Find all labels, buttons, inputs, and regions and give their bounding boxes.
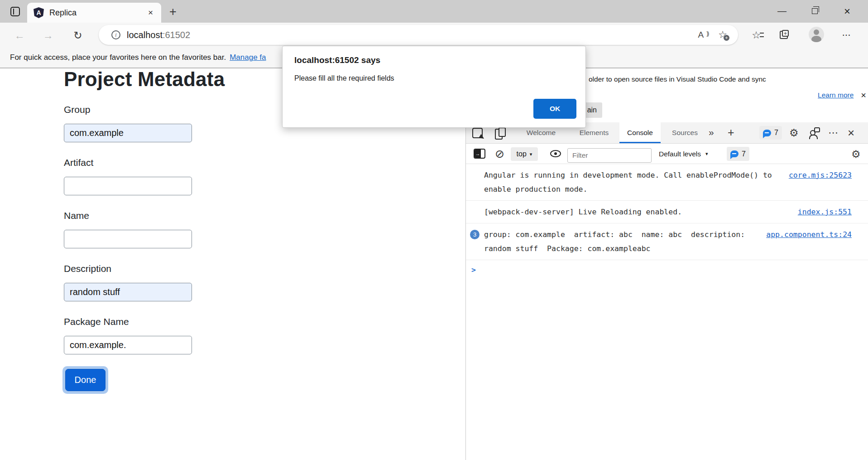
tab-sources[interactable]: Sources	[663, 122, 706, 143]
tab-actions-button[interactable]	[6, 4, 24, 19]
add-favorite-button[interactable]: ☆+	[718, 30, 727, 40]
back-button[interactable]: ←	[11, 27, 28, 44]
issues-bubble-icon	[763, 130, 771, 136]
live-expression-button[interactable]	[550, 150, 561, 157]
context-label: top	[517, 150, 527, 158]
done-button-focus-ring: Done	[62, 366, 108, 394]
dialog-title: localhost:61502 says	[294, 55, 380, 65]
console-filter-input[interactable]	[567, 148, 652, 163]
console-message-text: [webpack-dev-server] Live Reloading enab…	[484, 205, 774, 219]
inspect-icon	[472, 128, 483, 138]
collections-button[interactable]: +	[780, 30, 789, 39]
issues-counter[interactable]: 7	[759, 126, 782, 140]
site-info-icon[interactable]: i	[111, 30, 120, 39]
console-sidebar-button[interactable]	[474, 149, 485, 159]
toolbar-issues-count: 7	[742, 150, 746, 158]
description-input[interactable]	[64, 283, 192, 301]
name-input[interactable]	[64, 230, 192, 248]
address-bar-actions: A)) ☆+	[698, 30, 731, 40]
console-source-link[interactable]: index.js:551	[798, 205, 852, 219]
clear-console-button[interactable]: ⊘	[495, 147, 504, 160]
favorites-bar-message: For quick access, place your favorites h…	[10, 53, 226, 62]
collections-icon: +	[780, 30, 789, 39]
eye-icon	[550, 150, 561, 157]
add-panel-button[interactable]: +	[728, 126, 734, 139]
url-text[interactable]: localhost:61502	[127, 30, 190, 40]
more-tabs-button[interactable]: »	[709, 127, 714, 138]
artifact-label: Artifact	[64, 157, 93, 168]
console-message-row[interactable]: [webpack-dev-server] Live Reloading enab…	[466, 201, 868, 223]
plus-badge-icon: +	[724, 35, 729, 41]
sidebar-toggle-icon	[474, 149, 485, 159]
forward-button[interactable]: →	[40, 27, 56, 44]
tab-console[interactable]: Console	[619, 122, 661, 143]
address-bar[interactable]: i localhost:61502 A)) ☆+	[99, 25, 738, 45]
console-prompt[interactable]: >	[466, 260, 868, 274]
console-log: Angular is running in development mode. …	[466, 164, 868, 274]
done-button[interactable]: Done	[65, 369, 106, 391]
read-aloud-button[interactable]: A))	[698, 30, 709, 40]
console-message-text: Angular is running in development mode. …	[484, 168, 774, 196]
console-message-text: group: com.example artifact: abc name: a…	[484, 228, 766, 256]
log-levels-select[interactable]: Default levels ▾	[659, 144, 708, 164]
url-port: :61502	[163, 30, 190, 40]
console-message-row[interactable]: Angular is running in development mode. …	[466, 164, 868, 201]
dialog-message: Please fill all the required fields	[294, 74, 394, 82]
settings-menu-button[interactable]: ···	[839, 27, 855, 44]
dialog-ok-button[interactable]: OK	[533, 99, 576, 119]
devtools-notification-actions: Learn more ×	[765, 91, 866, 100]
avatar	[809, 27, 824, 42]
active-tab-underline	[619, 142, 661, 143]
new-tab-button[interactable]: +	[166, 5, 180, 19]
issues-count: 7	[774, 129, 778, 137]
angular-icon: A	[34, 7, 44, 18]
refresh-button[interactable]: ↻	[70, 27, 86, 44]
repeat-count-badge: 3	[470, 230, 480, 239]
person-chat-icon	[809, 127, 820, 138]
restore-button[interactable]	[804, 3, 825, 19]
browser-tab[interactable]: A Replica ×	[27, 3, 161, 23]
profile-button[interactable]	[809, 27, 824, 42]
title-bar: A Replica × + — ×	[0, 0, 868, 23]
window-close-button[interactable]: ×	[837, 3, 858, 19]
devtools-notification-text: older to open source files in Visual Stu…	[589, 75, 766, 83]
package-name-label: Package Name	[64, 316, 129, 327]
devtools-close-button[interactable]: ×	[848, 126, 854, 140]
execution-context-select[interactable]: top ▾	[511, 147, 538, 161]
devtools-settings-button[interactable]: ⚙	[789, 127, 799, 139]
levels-label: Default levels	[659, 150, 701, 158]
artifact-input[interactable]	[64, 177, 192, 195]
description-label: Description	[64, 263, 111, 274]
read-aloud-icon: A	[698, 30, 704, 39]
alert-dialog: localhost:61502 says Please fill all the…	[282, 46, 586, 128]
tab-close-icon[interactable]: ×	[146, 8, 155, 18]
feedback-button[interactable]	[809, 127, 820, 138]
console-message-row[interactable]: 3 group: com.example artifact: abc name:…	[466, 223, 868, 260]
devtools-menu-button[interactable]: ⋯	[828, 127, 838, 139]
chevron-down-icon: ▾	[530, 151, 532, 157]
issues-bubble-icon	[730, 150, 739, 157]
console-settings-button[interactable]: ⚙	[851, 148, 861, 160]
device-icon	[495, 127, 506, 138]
learn-more-link[interactable]: Learn more	[818, 91, 854, 99]
console-source-link[interactable]: core.mjs:25623	[789, 168, 852, 182]
toolbar-issues-counter[interactable]: 7	[727, 147, 749, 161]
group-label: Group	[64, 104, 90, 115]
page-title: Project Metadata	[64, 68, 225, 91]
url-host: localhost	[127, 30, 163, 40]
tab-title: Replica	[49, 8, 146, 18]
vertical-tabs-icon	[10, 7, 20, 16]
favorites-button[interactable]: ☆	[748, 27, 764, 44]
manage-favorites-link[interactable]: Manage fa	[230, 53, 266, 62]
inspect-element-button[interactable]	[472, 128, 483, 138]
device-toolbar-button[interactable]	[495, 127, 506, 138]
favorites-bar-icon: ☆	[752, 30, 761, 40]
group-input[interactable]	[64, 124, 192, 142]
restore-icon	[812, 8, 818, 14]
notification-close-icon[interactable]: ×	[861, 91, 866, 100]
package-name-input[interactable]	[64, 336, 192, 354]
console-toolbar: ⊘ top ▾ Default levels ▾ 7 ⚙	[466, 144, 868, 164]
console-source-link[interactable]: app.component.ts:24	[766, 228, 852, 242]
browser-window: A Replica × + — × ← → ↻ i localhost:6150…	[0, 0, 868, 460]
minimize-button[interactable]: —	[772, 3, 792, 19]
